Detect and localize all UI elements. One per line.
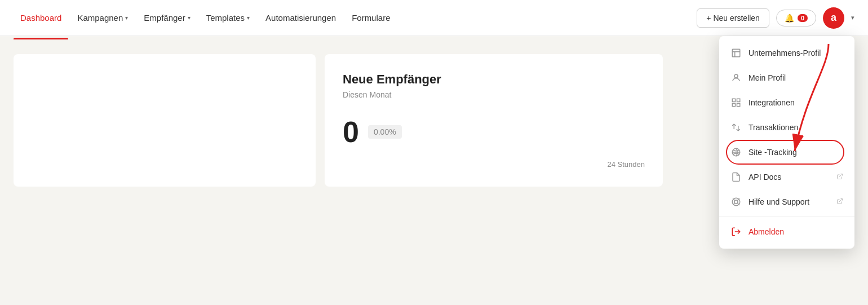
dropdown-mein-profil-label: Mein Profil bbox=[749, 73, 786, 82]
dropdown-integrationen-label: Integrationen bbox=[749, 98, 795, 107]
transfer-icon bbox=[730, 122, 742, 133]
svg-line-9 bbox=[839, 174, 843, 177]
nav-empfanger[interactable]: Empfänger ▾ bbox=[137, 8, 197, 27]
nav-kampagnen[interactable]: Kampagnen ▾ bbox=[70, 8, 135, 27]
logout-icon bbox=[730, 226, 742, 237]
nav-formulare[interactable]: Formulare bbox=[345, 8, 397, 27]
svg-point-11 bbox=[734, 200, 738, 204]
external-link-icon-2 bbox=[836, 198, 843, 206]
navbar: Dashboard Kampagnen ▾ Empfänger ▾ Templa… bbox=[0, 0, 868, 36]
dropdown-integrationen[interactable]: Integrationen bbox=[719, 90, 854, 115]
card-subtitle: Diesen Monat bbox=[343, 90, 645, 99]
dropdown-abmelden-label: Abmelden bbox=[749, 227, 784, 236]
user-dropdown: Unternehmens-Profil Mein Profil Integrat… bbox=[719, 36, 854, 249]
notification-badge: 0 bbox=[798, 14, 808, 22]
dropdown-transaktionen-label: Transaktionen bbox=[749, 123, 798, 132]
svg-rect-7 bbox=[737, 104, 740, 107]
dropdown-api-docs-label: API Docs bbox=[749, 173, 781, 182]
avatar-letter: a bbox=[831, 12, 836, 24]
svg-rect-4 bbox=[732, 99, 735, 101]
dropdown-site-tracking-label: Site -Tracking bbox=[749, 148, 797, 157]
chevron-down-icon: ▾ bbox=[125, 15, 128, 21]
dropdown-site-tracking[interactable]: Site -Tracking bbox=[719, 140, 854, 165]
lifesaver-icon bbox=[730, 196, 742, 207]
dropdown-api-docs[interactable]: API Docs bbox=[719, 165, 854, 189]
card-title: Neue Empfänger bbox=[343, 72, 645, 87]
dropdown-abmelden[interactable]: Abmelden bbox=[719, 219, 854, 244]
new-button-label: + Neu erstellen bbox=[706, 14, 760, 23]
svg-rect-5 bbox=[737, 99, 740, 101]
avatar-button[interactable]: a bbox=[823, 7, 844, 29]
svg-rect-6 bbox=[732, 104, 735, 107]
building-icon bbox=[730, 47, 742, 59]
nav-empfanger-label: Empfänger bbox=[144, 13, 185, 23]
chevron-down-icon: ▾ bbox=[247, 15, 250, 21]
dropdown-mein-profil[interactable]: Mein Profil bbox=[719, 65, 854, 90]
chevron-down-icon: ▾ bbox=[188, 15, 191, 21]
grid-icon bbox=[730, 97, 742, 108]
avatar-chevron-icon[interactable]: ▾ bbox=[851, 14, 854, 21]
nav-automatisierungen-label: Automatisierungen bbox=[265, 13, 336, 23]
document-icon bbox=[730, 171, 742, 183]
dropdown-divider bbox=[719, 216, 854, 217]
svg-point-3 bbox=[734, 74, 738, 78]
neue-empfanger-card: Neue Empfänger Diesen Monat 0 0.00% 24 S… bbox=[325, 54, 663, 187]
navbar-right: + Neu erstellen 🔔 0 a ▾ bbox=[697, 7, 854, 29]
new-button[interactable]: + Neu erstellen bbox=[697, 8, 769, 28]
dropdown-unternehmens-profil[interactable]: Unternehmens-Profil bbox=[719, 41, 854, 65]
dropdown-unternehmens-profil-label: Unternehmens-Profil bbox=[749, 48, 821, 58]
globe-icon bbox=[730, 147, 742, 158]
dropdown-transaktionen[interactable]: Transaktionen bbox=[719, 115, 854, 140]
external-link-icon bbox=[836, 173, 843, 182]
svg-rect-0 bbox=[732, 49, 740, 57]
card-percent: 0.00% bbox=[368, 125, 402, 139]
nav-formulare-label: Formulare bbox=[352, 13, 390, 23]
svg-line-16 bbox=[839, 198, 843, 202]
nav-templates[interactable]: Templates ▾ bbox=[200, 8, 256, 27]
nav-links: Dashboard Kampagnen ▾ Empfänger ▾ Templa… bbox=[14, 8, 697, 27]
nav-kampagnen-label: Kampagnen bbox=[77, 13, 123, 23]
dropdown-hilfe-support[interactable]: Hilfe und Support bbox=[719, 189, 854, 214]
nav-templates-label: Templates bbox=[206, 13, 245, 23]
card-footer: 24 Stunden bbox=[343, 160, 645, 169]
nav-dashboard[interactable]: Dashboard bbox=[14, 8, 68, 27]
main-content: Neue Empfänger Diesen Monat 0 0.00% 24 S… bbox=[0, 36, 676, 205]
bell-icon: 🔔 bbox=[785, 14, 794, 23]
card-number: 0 bbox=[343, 115, 359, 149]
nav-automatisierungen[interactable]: Automatisierungen bbox=[259, 8, 343, 27]
dropdown-hilfe-support-label: Hilfe und Support bbox=[749, 197, 809, 206]
person-icon bbox=[730, 72, 742, 83]
nav-dashboard-label: Dashboard bbox=[20, 13, 61, 23]
notification-button[interactable]: 🔔 0 bbox=[776, 10, 816, 26]
card-value: 0 0.00% bbox=[343, 115, 645, 149]
empty-card-left bbox=[14, 54, 316, 187]
